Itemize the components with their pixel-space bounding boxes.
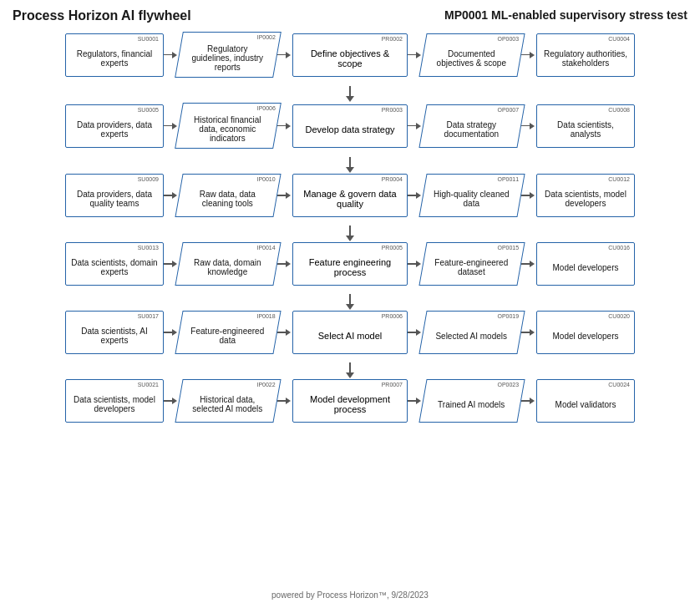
cu-shape: CU0008Data scientists, analysts (536, 104, 635, 148)
op-shape: OP0011High-quality cleaned data (418, 174, 525, 217)
h-arrow (408, 398, 423, 404)
cu-shape: CU0004Regulatory authorities, stakeholde… (536, 33, 635, 77)
h-arrow (277, 52, 292, 58)
op-shape: OP0023Trained AI models (418, 379, 525, 423)
h-arrow (164, 398, 179, 404)
pr-shape: PR0004Manage & govern data quality (292, 174, 408, 217)
h-arrow (408, 261, 423, 267)
v-arrow-0 (8, 84, 692, 103)
h-arrow (521, 398, 536, 404)
h-arrow (277, 329, 292, 336)
h-arrow (521, 123, 536, 129)
op-shape: OP0015Feature-engineered dataset (418, 242, 525, 286)
cu-shape: CU0016Model developers (536, 242, 635, 286)
pr-shape: PR0003Develop data strategy (292, 104, 408, 148)
pr-shape: PR0007Model development process (292, 379, 408, 423)
h-arrow (164, 329, 179, 336)
h-arrow (521, 192, 536, 199)
ip-shape: IP0022Historical data, selected AI model… (175, 379, 281, 423)
su-shape: SU0005Data providers, data experts (65, 104, 164, 148)
diagram-row-1: SU0005Data providers, data expertsIP0006… (8, 103, 692, 149)
v-arrow-3 (8, 292, 692, 311)
diagram-row-4: SU0017Data scientists, AI expertsIP0018F… (8, 311, 692, 354)
op-shape: OP0019Selected AI models (418, 311, 525, 354)
su-shape: SU0001Regulators, financial experts (65, 33, 164, 77)
diagram-row-0: SU0001Regulators, financial expertsIP000… (8, 32, 692, 78)
pr-shape: PR0006Select AI model (292, 311, 408, 354)
cu-shape: CU0020Model developers (536, 311, 635, 354)
op-shape: OP0003Documented objectives & scope (418, 33, 525, 77)
h-arrow (277, 398, 292, 404)
su-shape: SU0009Data providers, data quality teams (65, 174, 164, 217)
cu-shape: CU0012Data scientists, model developers (536, 174, 635, 217)
h-arrow (164, 261, 179, 267)
ip-shape: IP0018Feature-engineered data (175, 311, 281, 354)
su-shape: SU0013Data scientists, domain experts (65, 242, 164, 286)
h-arrow (521, 329, 536, 336)
header-left: Process Horizon AI flywheel (13, 8, 191, 23)
su-shape: SU0021Data scientists, model developers (65, 379, 164, 423)
diagram-row-2: SU0009Data providers, data quality teams… (8, 174, 692, 217)
h-arrow (408, 192, 423, 199)
h-arrow (277, 192, 292, 199)
h-arrow (408, 52, 423, 58)
cu-shape: CU0024Model validators (536, 379, 635, 423)
ip-shape: IP0006Historical financial data, economi… (175, 103, 282, 149)
op-shape: OP0007Data strategy documentation (418, 104, 525, 148)
pr-shape: PR0005Feature engineering process (292, 242, 408, 286)
diagram-row-3: SU0013Data scientists, domain expertsIP0… (8, 242, 692, 286)
ip-shape: IP0014Raw data, domain knowledge (175, 242, 281, 286)
header-right: MP0001 ML-enabled supervisory stress tes… (444, 8, 687, 23)
h-arrow (408, 329, 423, 336)
h-arrow (277, 123, 292, 129)
diagram-container: SU0001Regulators, financial expertsIP000… (0, 28, 700, 433)
h-arrow (521, 52, 536, 58)
h-arrow (408, 123, 423, 129)
v-arrow-2 (8, 224, 692, 242)
pr-shape: PR0002Define objectives & scope (292, 33, 408, 77)
page-header: Process Horizon AI flywheel MP0001 ML-en… (0, 0, 700, 28)
h-arrow (164, 52, 179, 58)
su-shape: SU0017Data scientists, AI experts (65, 311, 164, 354)
h-arrow (277, 261, 292, 267)
v-arrow-4 (8, 361, 692, 379)
h-arrow (164, 192, 179, 199)
h-arrow (521, 261, 536, 267)
h-arrow (164, 123, 179, 129)
ip-shape: IP0010Raw data, data cleaning tools (175, 174, 281, 217)
footer: powered by Process Horizon™, 9/28/2023 (0, 586, 700, 604)
diagram-row-5: SU0021Data scientists, model developersI… (8, 379, 692, 423)
ip-shape: IP0002Regulatory guidelines, industry re… (175, 32, 282, 78)
v-arrow-1 (8, 155, 692, 174)
